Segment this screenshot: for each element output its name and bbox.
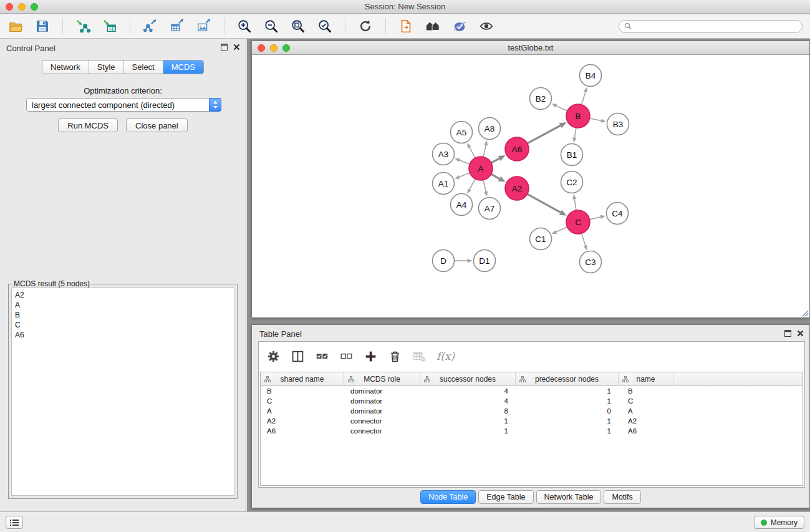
graph-node-C3[interactable]: C3	[580, 251, 602, 273]
table-row[interactable]: Adominator80A	[261, 406, 803, 416]
mcds-result-item[interactable]: A2	[15, 290, 234, 300]
graph-node-B4[interactable]: B4	[580, 65, 602, 87]
table-settings-button[interactable]	[266, 349, 280, 363]
graph-node-A3[interactable]: A3	[433, 143, 455, 165]
graph-node-C1[interactable]: C1	[530, 228, 552, 250]
tab-edge-table[interactable]: Edge Table	[478, 490, 533, 504]
tab-style[interactable]: Style	[89, 60, 124, 74]
select-all-button[interactable]	[315, 349, 329, 363]
search-box[interactable]	[619, 20, 803, 33]
graph-edge-C-C3[interactable]	[582, 233, 586, 246]
graph-edge-A-A7[interactable]	[483, 180, 486, 192]
zoom-in-button[interactable]	[236, 18, 253, 34]
graph-edge-A-A6[interactable]	[491, 158, 499, 163]
search-input[interactable]	[635, 22, 797, 31]
graph-edge-A2-C[interactable]	[528, 194, 561, 212]
close-table-panel-icon[interactable]	[797, 330, 804, 337]
show-columns-button[interactable]	[291, 349, 304, 363]
export-image-button[interactable]	[196, 18, 212, 34]
column-header-successor-nodes[interactable]: successor nodes	[420, 372, 516, 385]
validate-button[interactable]	[451, 18, 468, 34]
network-canvas[interactable]: B4B2BB3A5A8A6B1A3AA1C2A2A4A7C4CC1C3DD1	[252, 55, 809, 317]
close-panel-icon[interactable]	[233, 44, 240, 51]
close-window-button[interactable]	[6, 3, 13, 11]
zoom-out-button[interactable]	[263, 18, 279, 34]
column-header-predecessor-nodes[interactable]: predecessor nodes	[516, 372, 619, 385]
graph-node-D[interactable]: D	[433, 250, 455, 272]
import-table-button[interactable]	[102, 18, 118, 34]
graph-node-A4[interactable]: A4	[451, 194, 473, 216]
column-header-name[interactable]: name	[619, 372, 673, 385]
dropdown-stepper-icon[interactable]	[209, 98, 221, 112]
graph-edge-B-B3[interactable]	[590, 118, 601, 121]
network-view-window[interactable]: testGlobe.txt B4B2BB3A5A8A6B1A3AA1C2A2A4…	[251, 41, 810, 318]
graph-node-D1[interactable]: D1	[474, 250, 496, 272]
tab-motifs[interactable]: Motifs	[604, 490, 640, 504]
graph-edge-A-A5[interactable]	[470, 147, 475, 158]
graph-edge-B-B1[interactable]	[574, 128, 576, 138]
mcds-result-list[interactable]: A2ABCA6	[11, 288, 234, 496]
table-row[interactable]: Bdominator41B	[261, 386, 803, 396]
graph-edge-A6-B[interactable]	[528, 125, 561, 143]
graph-node-A1[interactable]: A1	[433, 173, 455, 195]
graph-edge-A-A4[interactable]	[470, 179, 475, 190]
memory-button[interactable]: Memory	[754, 516, 804, 529]
show-hide-button[interactable]	[478, 18, 494, 34]
graph-edge-A-A2[interactable]	[491, 174, 499, 178]
task-history-button[interactable]	[6, 516, 23, 529]
function-builder-button[interactable]: f(x)	[436, 350, 455, 362]
network-graph[interactable]: B4B2BB3A5A8A6B1A3AA1C2A2A4A7C4CC1C3DD1	[252, 55, 809, 317]
table-row[interactable]: A6connector11A6	[261, 426, 803, 436]
deselect-all-button[interactable]	[339, 349, 353, 363]
float-table-panel-icon[interactable]	[784, 330, 791, 337]
graph-node-A[interactable]: A	[469, 157, 493, 180]
tab-mcds[interactable]: MCDS	[163, 60, 203, 74]
import-network-button[interactable]	[75, 18, 91, 34]
tab-node-table[interactable]: Node Table	[420, 490, 476, 504]
graph-edge-B-B2[interactable]	[556, 106, 567, 111]
table-row[interactable]: Cdominator41C	[261, 396, 803, 406]
graph-edge-C-C1[interactable]	[556, 227, 567, 232]
column-header-shared-name[interactable]: shared name	[261, 372, 344, 385]
graph-edge-A-A8[interactable]	[483, 145, 486, 157]
save-session-button[interactable]	[34, 18, 51, 34]
graph-node-B[interactable]: B	[566, 104, 590, 128]
graph-node-A8[interactable]: A8	[479, 118, 501, 140]
titlebar[interactable]: Session: New Session	[0, 0, 810, 14]
tab-network[interactable]: Network	[42, 60, 89, 74]
graph-node-C[interactable]: C	[566, 210, 590, 234]
refresh-view-button[interactable]	[357, 18, 374, 34]
run-mcds-button[interactable]: Run MCDS	[58, 118, 118, 132]
optimization-dropdown[interactable]: largest connected component (directed)	[26, 98, 221, 112]
graph-node-A6[interactable]: A6	[505, 137, 529, 161]
minimize-window-button[interactable]	[18, 3, 26, 11]
resize-grip-icon[interactable]	[802, 310, 809, 317]
graph-edge-A-A3[interactable]	[460, 160, 470, 164]
zoom-window-button[interactable]	[31, 3, 38, 11]
graph-node-A5[interactable]: A5	[451, 122, 473, 143]
export-network-button[interactable]	[142, 18, 158, 34]
zoom-fit-button[interactable]	[290, 18, 306, 34]
graph-node-C4[interactable]: C4	[607, 203, 629, 225]
network-minimize-button[interactable]	[270, 44, 277, 52]
graph-edge-B-B4[interactable]	[582, 92, 586, 105]
graph-node-A2[interactable]: A2	[505, 177, 529, 200]
delete-column-button[interactable]	[388, 349, 402, 363]
table-row[interactable]: A2connector11A2	[261, 416, 803, 426]
export-table-button[interactable]	[169, 18, 185, 34]
tab-network-table[interactable]: Network Table	[536, 490, 602, 504]
add-column-button[interactable]	[364, 349, 377, 363]
graph-edge-A-A1[interactable]	[460, 173, 470, 177]
graph-edge-C-C4[interactable]	[590, 217, 601, 220]
network-close-button[interactable]	[258, 44, 265, 52]
mcds-result-item[interactable]: B	[15, 310, 234, 320]
home-button[interactable]	[425, 18, 441, 34]
float-panel-icon[interactable]	[221, 44, 228, 51]
graph-node-A7[interactable]: A7	[479, 198, 501, 220]
close-panel-button[interactable]: Close panel	[126, 118, 188, 132]
zoom-selected-button[interactable]	[317, 18, 333, 34]
network-zoom-button[interactable]	[282, 44, 290, 52]
open-session-file-button[interactable]	[398, 18, 414, 34]
graph-node-B3[interactable]: B3	[607, 114, 629, 135]
column-header-MCDS-role[interactable]: MCDS role	[344, 372, 420, 385]
